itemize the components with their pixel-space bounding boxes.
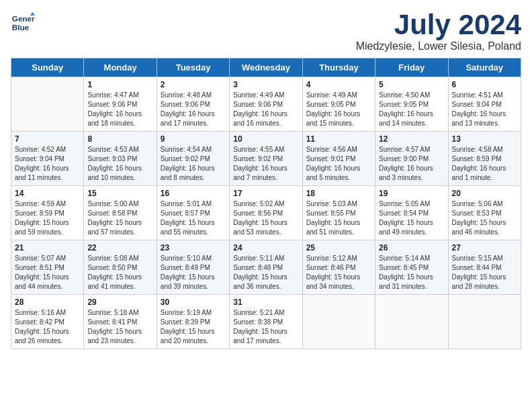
calendar-cell: 6Sunrise: 4:51 AMSunset: 9:04 PMDaylight… xyxy=(448,77,521,132)
day-number: 4 xyxy=(306,80,371,89)
calendar-cell: 30Sunrise: 5:19 AMSunset: 8:39 PMDayligh… xyxy=(157,295,229,349)
day-number: 27 xyxy=(452,243,517,253)
day-number: 15 xyxy=(87,189,152,198)
day-number: 22 xyxy=(87,243,152,253)
calendar-cell: 21Sunrise: 5:07 AMSunset: 8:51 PMDayligh… xyxy=(11,240,84,295)
day-number: 3 xyxy=(233,80,298,89)
calendar-cell: 9Sunrise: 4:54 AMSunset: 9:02 PMDaylight… xyxy=(157,132,229,186)
calendar-cell: 31Sunrise: 5:21 AMSunset: 8:38 PMDayligh… xyxy=(230,295,302,349)
col-header-sunday: Sunday xyxy=(11,58,84,77)
calendar-cell: 20Sunrise: 5:06 AMSunset: 8:53 PMDayligh… xyxy=(448,186,521,240)
day-number: 18 xyxy=(306,189,371,198)
day-number: 2 xyxy=(161,80,226,89)
day-number: 19 xyxy=(379,189,444,198)
col-header-monday: Monday xyxy=(84,58,157,77)
day-info: Sunrise: 5:10 AMSunset: 8:49 PMDaylight:… xyxy=(161,254,226,291)
calendar-cell xyxy=(375,295,448,349)
day-number: 26 xyxy=(379,243,444,253)
day-info: Sunrise: 4:55 AMSunset: 9:02 PMDaylight:… xyxy=(233,145,298,183)
day-info: Sunrise: 5:14 AMSunset: 8:45 PMDaylight:… xyxy=(379,254,444,291)
day-number: 6 xyxy=(452,80,517,89)
day-number: 14 xyxy=(15,189,80,198)
day-info: Sunrise: 4:52 AMSunset: 9:04 PMDaylight:… xyxy=(15,145,80,183)
day-info: Sunrise: 5:03 AMSunset: 8:55 PMDaylight:… xyxy=(306,199,371,237)
calendar-cell: 29Sunrise: 5:18 AMSunset: 8:41 PMDayligh… xyxy=(84,295,157,349)
calendar-cell: 7Sunrise: 4:52 AMSunset: 9:04 PMDaylight… xyxy=(11,132,84,186)
day-info: Sunrise: 5:16 AMSunset: 8:42 PMDaylight:… xyxy=(15,308,80,346)
calendar-cell: 24Sunrise: 5:11 AMSunset: 8:48 PMDayligh… xyxy=(230,240,302,295)
day-info: Sunrise: 4:49 AMSunset: 9:05 PMDaylight:… xyxy=(306,91,371,128)
calendar-cell: 4Sunrise: 4:49 AMSunset: 9:05 PMDaylight… xyxy=(302,77,375,132)
logo-icon: General Blue xyxy=(11,11,35,35)
col-header-saturday: Saturday xyxy=(448,58,521,77)
calendar-cell: 17Sunrise: 5:02 AMSunset: 8:56 PMDayligh… xyxy=(230,186,302,240)
calendar-cell: 3Sunrise: 4:49 AMSunset: 9:06 PMDaylight… xyxy=(230,77,302,132)
day-info: Sunrise: 4:48 AMSunset: 9:06 PMDaylight:… xyxy=(161,91,226,128)
day-info: Sunrise: 4:57 AMSunset: 9:00 PMDaylight:… xyxy=(379,145,444,183)
calendar-cell: 2Sunrise: 4:48 AMSunset: 9:06 PMDaylight… xyxy=(157,77,229,132)
day-info: Sunrise: 5:19 AMSunset: 8:39 PMDaylight:… xyxy=(161,308,226,346)
day-info: Sunrise: 5:07 AMSunset: 8:51 PMDaylight:… xyxy=(15,254,80,291)
day-info: Sunrise: 4:58 AMSunset: 8:59 PMDaylight:… xyxy=(452,145,517,183)
calendar-cell: 1Sunrise: 4:47 AMSunset: 9:06 PMDaylight… xyxy=(84,77,157,132)
day-number: 7 xyxy=(15,134,80,144)
calendar-cell: 19Sunrise: 5:05 AMSunset: 8:54 PMDayligh… xyxy=(375,186,448,240)
day-info: Sunrise: 5:12 AMSunset: 8:46 PMDaylight:… xyxy=(306,254,371,291)
location: Miedzylesie, Lower Silesia, Poland xyxy=(356,40,521,52)
day-number: 16 xyxy=(161,189,226,198)
day-info: Sunrise: 5:11 AMSunset: 8:48 PMDaylight:… xyxy=(233,254,298,291)
day-number: 28 xyxy=(15,298,80,307)
day-number: 1 xyxy=(87,80,152,89)
day-info: Sunrise: 5:15 AMSunset: 8:44 PMDaylight:… xyxy=(452,254,517,291)
day-info: Sunrise: 4:50 AMSunset: 9:05 PMDaylight:… xyxy=(379,91,444,128)
day-number: 24 xyxy=(233,243,298,253)
calendar-cell: 15Sunrise: 5:00 AMSunset: 8:58 PMDayligh… xyxy=(84,186,157,240)
day-number: 9 xyxy=(161,134,226,144)
calendar-cell: 27Sunrise: 5:15 AMSunset: 8:44 PMDayligh… xyxy=(448,240,521,295)
day-info: Sunrise: 5:02 AMSunset: 8:56 PMDaylight:… xyxy=(233,199,298,237)
col-header-friday: Friday xyxy=(375,58,448,77)
calendar-cell: 23Sunrise: 5:10 AMSunset: 8:49 PMDayligh… xyxy=(157,240,229,295)
day-info: Sunrise: 5:21 AMSunset: 8:38 PMDaylight:… xyxy=(233,308,298,346)
day-info: Sunrise: 5:05 AMSunset: 8:54 PMDaylight:… xyxy=(379,199,444,237)
day-info: Sunrise: 4:59 AMSunset: 8:59 PMDaylight:… xyxy=(15,199,80,237)
day-info: Sunrise: 4:53 AMSunset: 9:03 PMDaylight:… xyxy=(87,145,152,183)
day-info: Sunrise: 4:51 AMSunset: 9:04 PMDaylight:… xyxy=(452,91,517,128)
calendar-cell: 11Sunrise: 4:56 AMSunset: 9:01 PMDayligh… xyxy=(302,132,375,186)
logo: General Blue xyxy=(11,11,35,35)
calendar-cell: 18Sunrise: 5:03 AMSunset: 8:55 PMDayligh… xyxy=(302,186,375,240)
day-info: Sunrise: 4:47 AMSunset: 9:06 PMDaylight:… xyxy=(87,91,152,128)
calendar-cell: 8Sunrise: 4:53 AMSunset: 9:03 PMDaylight… xyxy=(84,132,157,186)
day-number: 23 xyxy=(161,243,226,253)
day-number: 25 xyxy=(306,243,371,253)
day-number: 17 xyxy=(233,189,298,198)
day-number: 5 xyxy=(379,80,444,89)
day-info: Sunrise: 4:49 AMSunset: 9:06 PMDaylight:… xyxy=(233,91,298,128)
day-number: 12 xyxy=(379,134,444,144)
day-number: 8 xyxy=(87,134,152,144)
day-info: Sunrise: 5:06 AMSunset: 8:53 PMDaylight:… xyxy=(452,199,517,237)
col-header-wednesday: Wednesday xyxy=(230,58,302,77)
calendar-cell: 10Sunrise: 4:55 AMSunset: 9:02 PMDayligh… xyxy=(230,132,302,186)
calendar-table: SundayMondayTuesdayWednesdayThursdayFrid… xyxy=(11,58,521,349)
calendar-cell xyxy=(448,295,521,349)
day-info: Sunrise: 5:00 AMSunset: 8:58 PMDaylight:… xyxy=(87,199,152,237)
page-header: General Blue July 2024 Miedzylesie, Lowe… xyxy=(11,11,521,52)
day-number: 13 xyxy=(452,134,517,144)
calendar-cell: 12Sunrise: 4:57 AMSunset: 9:00 PMDayligh… xyxy=(375,132,448,186)
day-number: 21 xyxy=(15,243,80,253)
day-number: 11 xyxy=(306,134,371,144)
calendar-cell: 22Sunrise: 5:08 AMSunset: 8:50 PMDayligh… xyxy=(84,240,157,295)
col-header-tuesday: Tuesday xyxy=(157,58,229,77)
col-header-thursday: Thursday xyxy=(302,58,375,77)
svg-text:Blue: Blue xyxy=(12,23,30,32)
day-info: Sunrise: 5:08 AMSunset: 8:50 PMDaylight:… xyxy=(87,254,152,291)
day-number: 31 xyxy=(233,298,298,307)
day-number: 20 xyxy=(452,189,517,198)
day-info: Sunrise: 4:56 AMSunset: 9:01 PMDaylight:… xyxy=(306,145,371,183)
calendar-cell xyxy=(302,295,375,349)
day-info: Sunrise: 5:01 AMSunset: 8:57 PMDaylight:… xyxy=(161,199,226,237)
calendar-cell: 13Sunrise: 4:58 AMSunset: 8:59 PMDayligh… xyxy=(448,132,521,186)
day-number: 10 xyxy=(233,134,298,144)
day-number: 30 xyxy=(161,298,226,307)
